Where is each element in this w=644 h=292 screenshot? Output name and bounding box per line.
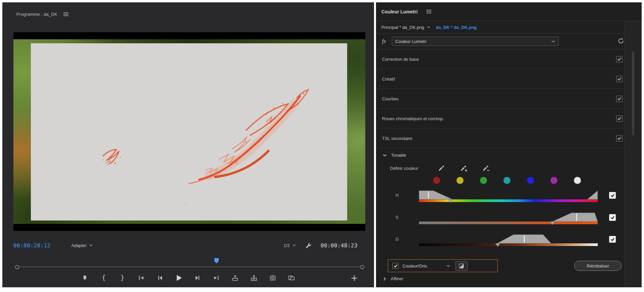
reset-button[interactable]: Réinitialiser bbox=[574, 261, 622, 271]
affiner-label: Affiner bbox=[391, 276, 403, 281]
swatch-magenta[interactable] bbox=[550, 177, 557, 184]
section-roues-chromatiques[interactable]: Roues chromatiques et corresp. bbox=[376, 109, 642, 129]
eyedropper-remove-button[interactable] bbox=[481, 164, 490, 173]
scrollbar-thumb[interactable] bbox=[632, 51, 634, 135]
fit-select[interactable]: Adapter bbox=[71, 243, 93, 248]
color-gray-split-icon bbox=[459, 263, 464, 269]
define-color-row: Définir couleur bbox=[376, 164, 642, 173]
mask-preview-mode-label: Couleur/Gris bbox=[402, 263, 427, 269]
section-courbes[interactable]: Courbes bbox=[376, 89, 642, 109]
monitor-settings-button[interactable] bbox=[305, 242, 312, 249]
affiner-expander[interactable]: Affiner bbox=[383, 276, 403, 281]
chevron-down-icon bbox=[427, 26, 430, 28]
zoom-scrollbar[interactable] bbox=[15, 265, 364, 269]
define-color-label: Définir couleur bbox=[390, 166, 418, 171]
hue-slider-label: H bbox=[395, 193, 398, 198]
swatch-white[interactable] bbox=[574, 177, 581, 184]
check-icon bbox=[617, 57, 622, 61]
section-checkbox[interactable] bbox=[616, 76, 623, 82]
luminance-range-slider[interactable] bbox=[419, 234, 598, 249]
eyedropper-icon bbox=[437, 164, 445, 172]
mark-out-button[interactable]: } bbox=[118, 274, 127, 282]
check-icon bbox=[393, 264, 398, 268]
clip-name-link[interactable]: da_DK * da_DK.png bbox=[436, 25, 477, 30]
swatch-blue[interactable] bbox=[527, 177, 534, 184]
current-timecode[interactable]: 00:00:28:12 bbox=[13, 242, 50, 249]
tonalite-expander[interactable]: Tonalité bbox=[383, 153, 406, 158]
play-button[interactable] bbox=[174, 274, 183, 282]
hue-range-slider[interactable] bbox=[419, 190, 598, 205]
zoom-handle-left[interactable] bbox=[15, 265, 19, 269]
panel-menu-icon[interactable] bbox=[63, 12, 68, 16]
goto-out-icon bbox=[213, 274, 220, 282]
step-back-icon bbox=[156, 274, 164, 282]
hue-enabled-checkbox[interactable] bbox=[609, 192, 616, 199]
extract-icon bbox=[250, 274, 258, 282]
lift-button[interactable] bbox=[231, 274, 239, 282]
mask-preview-toggle-button[interactable] bbox=[455, 261, 468, 271]
section-tsl-secondaire[interactable]: TSL secondaire bbox=[376, 129, 642, 148]
panel-menu-icon[interactable] bbox=[426, 10, 431, 13]
button-editor-add-button[interactable]: + bbox=[348, 271, 360, 285]
saturation-enabled-checkbox[interactable] bbox=[609, 214, 616, 221]
playback-resolution-select[interactable]: 1/2 bbox=[284, 243, 296, 248]
luminance-enabled-checkbox[interactable] bbox=[609, 236, 616, 243]
eyedropper-set-button[interactable] bbox=[437, 164, 446, 173]
export-frame-button[interactable] bbox=[268, 274, 277, 282]
extract-button[interactable] bbox=[250, 274, 258, 282]
section-checkbox[interactable] bbox=[616, 96, 623, 102]
goto-out-button[interactable] bbox=[212, 274, 221, 282]
step-forward-button[interactable] bbox=[193, 274, 202, 282]
chevron-right-icon bbox=[383, 277, 386, 281]
zoom-scrollbar-track[interactable] bbox=[19, 266, 361, 267]
chevron-down-icon bbox=[446, 265, 450, 267]
swatch-green[interactable] bbox=[480, 177, 487, 184]
premiere-workspace: Programme : da_DK bbox=[0, 0, 644, 292]
swatch-yellow[interactable] bbox=[457, 177, 464, 184]
playhead[interactable] bbox=[214, 258, 219, 263]
luminance-slider-label: G bbox=[395, 237, 399, 242]
zoom-handle-right[interactable] bbox=[360, 265, 364, 269]
eyedropper-add-button[interactable] bbox=[459, 164, 468, 173]
scrollbar-divider bbox=[624, 21, 625, 287]
section-label: TSL secondaire bbox=[382, 136, 413, 141]
lumetri-header: Couleur Lumetri bbox=[376, 2, 642, 21]
check-icon bbox=[610, 237, 615, 242]
check-icon bbox=[617, 116, 622, 121]
goto-in-icon bbox=[138, 274, 145, 282]
program-monitor-panel: Programme : da_DK bbox=[2, 2, 374, 287]
panel-scrollbar[interactable] bbox=[625, 21, 642, 287]
section-checkbox[interactable] bbox=[616, 135, 623, 142]
lumetri-sections: Correction de base Créatif Courbes Roues… bbox=[376, 49, 642, 148]
section-checkbox[interactable] bbox=[616, 115, 623, 122]
clip-selector-row: Principal * da_DK.png da_DK * da_DK.png bbox=[376, 21, 642, 34]
section-correction-de-base[interactable]: Correction de base bbox=[376, 49, 642, 69]
mask-preview-checkbox[interactable] bbox=[392, 263, 398, 269]
mark-in-button[interactable]: { bbox=[99, 274, 108, 282]
mark-in-icon: { bbox=[102, 274, 106, 281]
swatch-red[interactable] bbox=[433, 177, 440, 184]
eyedropper-minus-icon bbox=[482, 164, 490, 172]
section-label: Courbes bbox=[382, 96, 398, 101]
step-forward-icon bbox=[194, 274, 201, 282]
swatch-teal[interactable] bbox=[503, 177, 511, 184]
video-viewport bbox=[13, 32, 365, 231]
comparison-view-button[interactable] bbox=[287, 274, 296, 282]
section-creatif[interactable]: Créatif bbox=[376, 69, 642, 89]
check-icon bbox=[610, 215, 615, 220]
saturation-range-slider[interactable] bbox=[419, 212, 598, 228]
total-timecode: 00:00:48:23 bbox=[321, 242, 358, 249]
reset-effect-button[interactable] bbox=[617, 37, 625, 45]
eyedropper-plus-icon bbox=[460, 164, 468, 172]
goto-in-button[interactable] bbox=[137, 274, 146, 282]
lumetri-panel-title: Couleur Lumetri bbox=[381, 9, 418, 14]
section-checkbox[interactable] bbox=[616, 56, 623, 62]
add-marker-button[interactable] bbox=[80, 274, 89, 282]
effect-select[interactable]: Couleur Lumetri bbox=[392, 37, 559, 46]
step-back-button[interactable] bbox=[156, 274, 164, 282]
color-swatches bbox=[433, 177, 581, 184]
mask-scribbles bbox=[31, 43, 347, 221]
track-selector-dropdown[interactable]: Principal * da_DK.png bbox=[381, 25, 430, 30]
program-monitor-controls: 00:00:28:12 Adapter 1/2 00:00:48:23 bbox=[13, 239, 358, 251]
mask-preview-mode-select[interactable]: Couleur/Gris bbox=[398, 263, 450, 269]
